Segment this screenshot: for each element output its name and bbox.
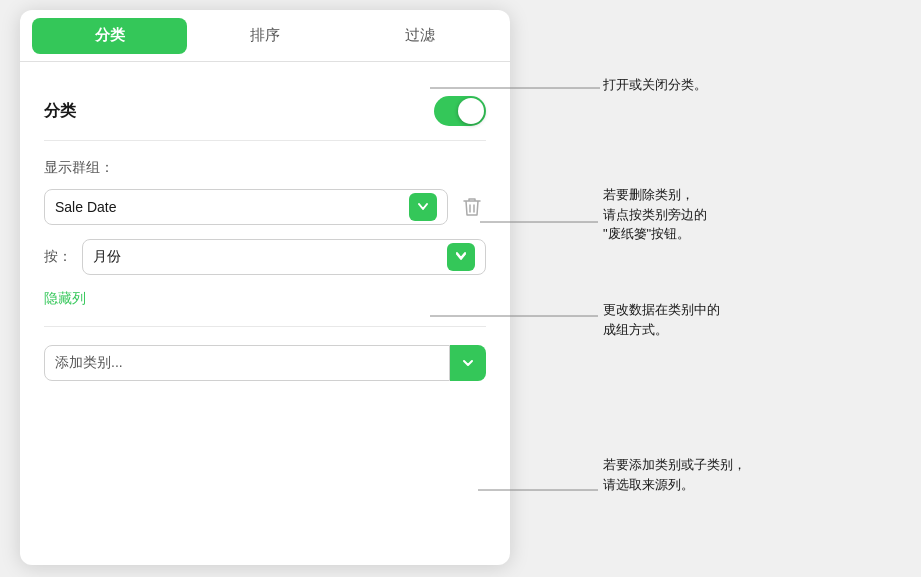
callout-trash: 若要删除类别， 请点按类别旁边的 "废纸篓"按钮。 <box>603 185 707 244</box>
callout-add: 若要添加类别或子类别， 请选取来源列。 <box>603 455 746 494</box>
classify-toggle-row: 分类 <box>44 82 486 141</box>
classify-toggle[interactable] <box>434 96 486 126</box>
trash-icon[interactable] <box>458 193 486 221</box>
toggle-knob <box>458 98 484 124</box>
divider <box>44 326 486 327</box>
tab-sort[interactable]: 排序 <box>187 18 342 54</box>
callout-group: 更改数据在类别中的 成组方式。 <box>603 300 720 339</box>
by-row: 按： 月份 <box>44 239 486 275</box>
classify-panel: 分类 排序 过滤 分类 显示群组： Sale Date <box>20 10 510 565</box>
tab-classify[interactable]: 分类 <box>32 18 187 54</box>
group-section: 显示群组： Sale Date <box>44 141 486 381</box>
by-arrow[interactable] <box>447 243 475 271</box>
by-label: 按： <box>44 248 72 266</box>
by-dropdown[interactable]: 月份 <box>82 239 486 275</box>
hide-col-link[interactable]: 隐藏列 <box>44 290 86 308</box>
classify-label: 分类 <box>44 101 76 122</box>
show-group-label: 显示群组： <box>44 159 486 177</box>
add-category-dropdown[interactable]: 添加类别... <box>44 345 450 381</box>
tab-filter[interactable]: 过滤 <box>343 18 498 54</box>
callout-toggle: 打开或关闭分类。 <box>603 75 707 95</box>
add-category-row: 添加类别... <box>44 345 486 381</box>
panel-content: 分类 显示群组： Sale Date <box>20 62 510 401</box>
tab-bar: 分类 排序 过滤 <box>20 10 510 62</box>
sale-date-arrow[interactable] <box>409 193 437 221</box>
sale-date-dropdown[interactable]: Sale Date <box>44 189 448 225</box>
add-category-button[interactable] <box>450 345 486 381</box>
sale-date-row: Sale Date <box>44 189 486 225</box>
